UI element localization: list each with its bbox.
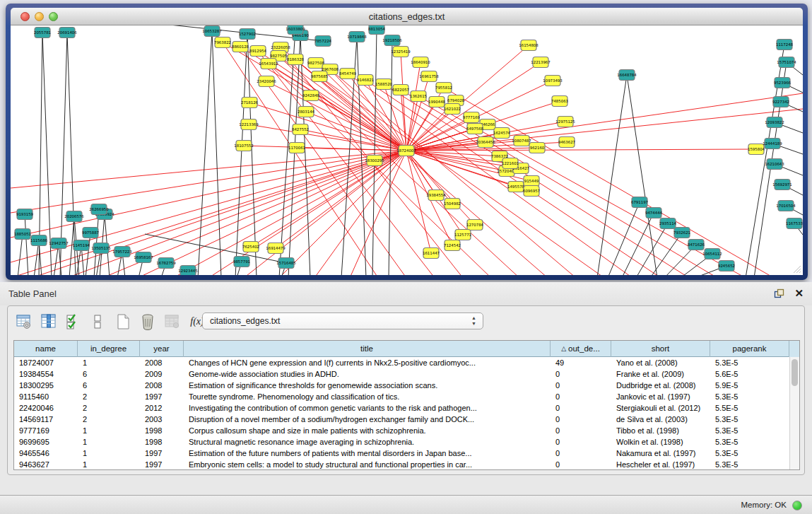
cell-short[interactable]: Stergiakouli et al. (2012) xyxy=(611,402,710,414)
network-node[interactable]: 16543912 xyxy=(259,59,278,69)
network-node[interactable]: 12213369 xyxy=(239,119,259,130)
float-panel-icon[interactable] xyxy=(774,288,784,299)
cell-title[interactable]: Corpus callosum shape and size in male p… xyxy=(184,425,551,436)
network-node[interactable]: 15751074 xyxy=(777,57,796,68)
cell-year[interactable]: 2003 xyxy=(140,414,184,425)
cell-short[interactable]: Yano et al. (2008) xyxy=(611,357,710,368)
network-node[interactable]: 9463627 xyxy=(558,137,575,148)
network-node[interactable]: 9242848 xyxy=(302,90,320,101)
network-node[interactable]: 12325419 xyxy=(391,47,411,57)
network-node[interactable]: 26266950 xyxy=(89,204,109,215)
network-node[interactable]: 17957223 xyxy=(112,247,131,257)
network-node[interactable]: 8860128 xyxy=(232,42,249,52)
network-node[interactable]: 18107552 xyxy=(234,141,253,151)
delete-table-icon[interactable] xyxy=(139,313,157,331)
cell-name[interactable]: 18300295 xyxy=(14,380,78,391)
network-edge[interactable] xyxy=(18,234,23,275)
cell-out_degree[interactable]: 0 xyxy=(551,391,611,402)
network-node[interactable]: 16914479 xyxy=(266,243,286,254)
network-node[interactable]: 10719848 xyxy=(347,32,367,42)
network-edge[interactable] xyxy=(251,151,406,247)
network-node[interactable]: 8471626 xyxy=(688,240,705,250)
network-node[interactable]: 1588520 xyxy=(375,79,393,90)
select-columns-icon[interactable] xyxy=(40,313,58,331)
network-node[interactable]: 1990448 xyxy=(428,97,446,107)
network-node[interactable]: 12093822 xyxy=(765,117,784,128)
network-node[interactable]: 8427552 xyxy=(292,124,309,135)
cell-out_degree[interactable]: 0 xyxy=(551,448,611,459)
import-table-icon-disabled[interactable] xyxy=(163,313,182,331)
network-node[interactable]: 9193159 xyxy=(16,209,34,220)
window-resize-grip[interactable] xyxy=(792,264,801,274)
table-row[interactable]: 969969511998Structural magnetic resonanc… xyxy=(14,436,799,448)
network-node[interactable]: 18640910 xyxy=(411,57,430,68)
network-node[interactable]: 15716485 xyxy=(276,258,295,269)
network-edge[interactable] xyxy=(247,34,257,275)
network-node[interactable]: 1621022 xyxy=(444,104,461,115)
network-node[interactable]: 6096957 xyxy=(523,186,540,197)
cell-name[interactable]: 18724007 xyxy=(14,357,78,368)
column-header-short[interactable]: short xyxy=(611,341,710,357)
column-header-title[interactable]: title xyxy=(184,341,551,357)
network-edge[interactable] xyxy=(444,88,774,275)
network-node[interactable]: 9777169 xyxy=(463,112,481,123)
network-edge[interactable] xyxy=(11,151,406,213)
table-row[interactable]: 1830029562008Estimation of significance … xyxy=(14,380,799,391)
cell-title[interactable]: Estimation of the future numbers of pati… xyxy=(184,448,551,459)
cell-name[interactable]: 19384554 xyxy=(14,368,78,380)
cell-pagerank[interactable]: 5.6E-5 xyxy=(710,368,789,380)
network-node[interactable]: 12444189 xyxy=(763,139,782,149)
network-edge[interactable] xyxy=(288,35,300,275)
network-node[interactable]: 6822057 xyxy=(392,85,409,95)
table-settings-icon[interactable] xyxy=(15,313,33,331)
cell-short[interactable]: Hescheler et al. (1997) xyxy=(611,459,710,470)
new-table-icon[interactable] xyxy=(114,313,132,331)
cell-year[interactable]: 2009 xyxy=(140,368,184,380)
table-row[interactable]: 911546021997Tourette syndrome. Phenomeno… xyxy=(14,391,799,402)
network-edge[interactable] xyxy=(372,29,377,275)
network-node[interactable]: 20206576 xyxy=(64,211,84,222)
network-node[interactable]: 1170061 xyxy=(288,143,305,153)
cell-out_degree[interactable]: 0 xyxy=(551,402,611,414)
unselect-all-icon[interactable] xyxy=(89,313,107,331)
cell-pagerank[interactable]: 5.3E-5 xyxy=(710,357,789,368)
network-node[interactable]: 1362615 xyxy=(410,91,427,102)
network-node[interactable]: 1611447 xyxy=(423,248,440,259)
network-node[interactable]: 16154808 xyxy=(519,40,539,51)
cell-out_degree[interactable]: 0 xyxy=(551,414,611,425)
network-edge[interactable] xyxy=(138,151,406,275)
cell-short[interactable]: Tibbo et al. (1998) xyxy=(611,425,710,436)
column-header-year[interactable]: year xyxy=(140,341,184,357)
cell-in_degree[interactable]: 1 xyxy=(78,425,140,436)
network-node[interactable]: 2055781 xyxy=(34,28,51,38)
scrollbar-thumb[interactable] xyxy=(792,359,798,386)
network-edge[interactable] xyxy=(67,33,76,275)
table-row[interactable]: 946554611997Estimation of the future num… xyxy=(14,448,799,459)
network-edge[interactable] xyxy=(627,75,657,275)
network-node[interactable]: 1624574 xyxy=(493,128,511,139)
network-node[interactable]: 20364456 xyxy=(476,137,495,148)
network-edge[interactable] xyxy=(235,34,247,275)
network-node[interactable]: 16648784 xyxy=(617,70,637,81)
table-row[interactable]: 1938455462009Genome-wide association stu… xyxy=(14,368,799,380)
table-row[interactable]: 977716911998Corpus callosum shape and si… xyxy=(14,425,799,436)
cell-year[interactable]: 2008 xyxy=(140,357,184,368)
column-header-out_degree[interactable]: △out_de... xyxy=(551,341,611,357)
cell-year[interactable]: 2012 xyxy=(140,402,184,414)
cell-pagerank[interactable]: 5.3E-5 xyxy=(710,425,789,436)
cell-out_degree[interactable]: 49 xyxy=(551,357,611,368)
network-node[interactable]: 7857224 xyxy=(314,36,332,47)
network-edge[interactable] xyxy=(25,214,28,275)
network-node[interactable]: 1145194 xyxy=(73,240,90,251)
network-node[interactable]: 9227342 xyxy=(772,97,789,107)
network-node[interactable]: 1504982 xyxy=(444,199,461,209)
cell-year[interactable]: 2008 xyxy=(140,380,184,391)
network-node[interactable]: 10653287 xyxy=(202,26,221,37)
network-node[interactable]: 18724007 xyxy=(396,146,416,156)
cell-out_degree[interactable]: 0 xyxy=(551,425,611,436)
network-node[interactable]: 12213967 xyxy=(531,57,550,68)
network-node[interactable]: 10973493 xyxy=(543,76,562,86)
column-header-name[interactable]: name xyxy=(14,341,78,357)
network-node[interactable]: 10654112 xyxy=(702,249,722,259)
network-node[interactable]: 7485063 xyxy=(551,96,568,107)
